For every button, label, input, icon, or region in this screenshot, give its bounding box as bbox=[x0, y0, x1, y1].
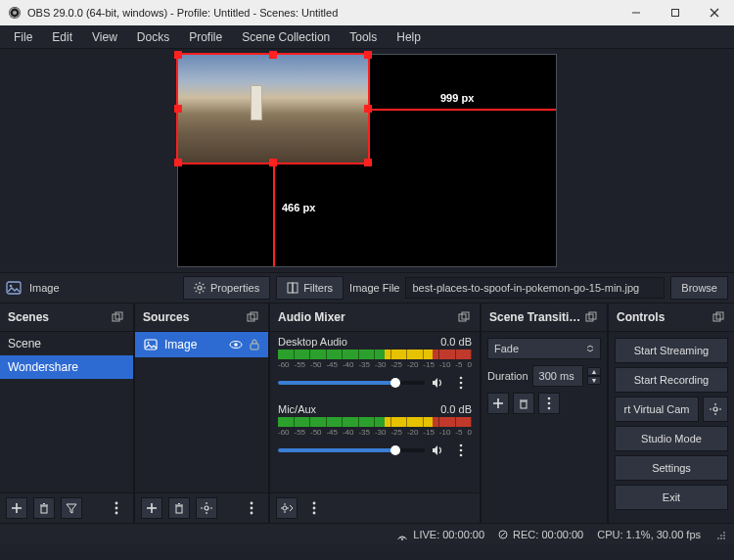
virtual-cam-settings-button[interactable] bbox=[703, 397, 728, 422]
mixer-channel-name: Mic/Aux bbox=[278, 403, 316, 415]
window-title: OBS 29.0.0 (64-bit, windows) - Profile: … bbox=[27, 7, 338, 19]
menu-scene-collection[interactable]: Scene Collection bbox=[232, 26, 340, 48]
menubar: File Edit View Docks Profile Scene Colle… bbox=[0, 25, 734, 49]
record-icon bbox=[498, 530, 508, 539]
scenes-title: Scenes bbox=[8, 310, 49, 324]
studio-mode-button[interactable]: Studio Mode bbox=[615, 426, 728, 451]
mixer-title: Audio Mixer bbox=[278, 310, 345, 324]
scenes-list[interactable]: Scene Wondershare bbox=[0, 332, 133, 492]
scene-item[interactable]: Scene bbox=[0, 332, 133, 355]
svg-point-8 bbox=[10, 285, 13, 288]
width-guide bbox=[368, 109, 556, 111]
svg-rect-39 bbox=[176, 506, 182, 513]
controls-popout-icon[interactable] bbox=[711, 309, 726, 325]
height-label: 466 px bbox=[282, 202, 315, 213]
mixer-channel-more-button[interactable] bbox=[450, 372, 472, 394]
svg-point-86 bbox=[720, 537, 722, 539]
close-button[interactable] bbox=[695, 0, 734, 25]
sources-list[interactable]: Image bbox=[135, 332, 268, 492]
svg-point-47 bbox=[251, 502, 253, 505]
chevron-updown-icon bbox=[586, 345, 594, 352]
svg-point-42 bbox=[205, 506, 208, 510]
svg-rect-19 bbox=[293, 283, 298, 293]
volume-slider[interactable] bbox=[278, 448, 425, 452]
svg-point-87 bbox=[723, 535, 725, 537]
browse-button[interactable]: Browse bbox=[670, 276, 728, 300]
menu-edit[interactable]: Edit bbox=[42, 26, 82, 48]
menu-help[interactable]: Help bbox=[387, 26, 431, 48]
status-cpu: CPU: 1.1%, 30.00 fps bbox=[597, 529, 701, 540]
scene-filters-button[interactable] bbox=[61, 497, 82, 519]
source-item[interactable]: Image bbox=[135, 332, 268, 357]
preview-canvas[interactable]: 999 px 466 px bbox=[177, 54, 557, 267]
remove-source-button[interactable] bbox=[168, 497, 190, 519]
filter-icon bbox=[66, 502, 77, 514]
trash-icon bbox=[518, 397, 529, 409]
filters-button[interactable]: Filters bbox=[276, 276, 344, 300]
scenes-popout-icon[interactable] bbox=[110, 309, 125, 325]
svg-point-33 bbox=[148, 342, 150, 344]
add-scene-button[interactable] bbox=[6, 497, 27, 519]
speaker-icon[interactable] bbox=[431, 443, 444, 457]
speaker-icon[interactable] bbox=[431, 376, 444, 390]
scenes-more-button[interactable] bbox=[106, 497, 127, 519]
statusbar: LIVE: 00:00:00 REC: 00:00:00 CPU: 1.1%, … bbox=[0, 523, 734, 544]
svg-rect-36 bbox=[251, 344, 258, 350]
menu-profile[interactable]: Profile bbox=[179, 26, 232, 48]
add-transition-button[interactable] bbox=[487, 393, 509, 414]
mixer-channel-more-button[interactable] bbox=[450, 440, 472, 461]
lock-icon[interactable] bbox=[249, 338, 260, 351]
gear-icon bbox=[194, 282, 206, 294]
remove-transition-button[interactable] bbox=[513, 393, 534, 414]
svg-point-52 bbox=[460, 377, 463, 380]
preview-source-image[interactable] bbox=[178, 55, 368, 163]
svg-point-72 bbox=[548, 397, 551, 400]
gear-icon bbox=[710, 403, 721, 415]
svg-point-90 bbox=[723, 532, 725, 534]
menu-view[interactable]: View bbox=[82, 26, 127, 48]
visibility-icon[interactable] bbox=[229, 338, 243, 351]
svg-point-85 bbox=[723, 537, 725, 539]
svg-point-63 bbox=[313, 502, 316, 505]
mixer-channel-name: Desktop Audio bbox=[278, 336, 347, 348]
svg-point-9 bbox=[198, 286, 202, 290]
volume-slider[interactable] bbox=[278, 381, 425, 385]
mixer-more-button[interactable] bbox=[303, 497, 325, 519]
image-file-label: Image File bbox=[349, 282, 399, 294]
menu-tools[interactable]: Tools bbox=[340, 26, 387, 48]
start-streaming-button[interactable]: Start Streaming bbox=[615, 338, 728, 363]
obs-logo-icon bbox=[8, 6, 22, 20]
duration-label: Duration bbox=[487, 370, 528, 382]
add-source-button[interactable] bbox=[141, 497, 162, 519]
transitions-popout-icon[interactable] bbox=[583, 309, 599, 325]
settings-button[interactable]: Settings bbox=[615, 455, 728, 481]
properties-button[interactable]: Properties bbox=[183, 276, 270, 300]
source-properties-button[interactable] bbox=[196, 497, 217, 519]
svg-point-74 bbox=[548, 407, 551, 410]
transition-select[interactable]: Fade bbox=[487, 338, 601, 359]
scene-item[interactable]: Wondershare bbox=[0, 355, 133, 379]
sources-more-button[interactable] bbox=[241, 497, 262, 519]
maximize-button[interactable] bbox=[656, 0, 695, 25]
sources-title: Sources bbox=[143, 310, 189, 324]
minimize-button[interactable] bbox=[617, 0, 656, 25]
mixer-popout-icon[interactable] bbox=[456, 309, 472, 325]
duration-up-button[interactable]: ▲ bbox=[587, 367, 601, 376]
menu-docks[interactable]: Docks bbox=[127, 26, 179, 48]
exit-button[interactable]: Exit bbox=[615, 485, 728, 510]
duration-down-button[interactable]: ▼ bbox=[587, 376, 601, 385]
start-recording-button[interactable]: Start Recording bbox=[615, 367, 728, 393]
svg-point-53 bbox=[460, 382, 463, 385]
image-file-field[interactable]: best-places-to-spoof-in-pokemon-go-15-mi… bbox=[405, 277, 665, 299]
mixer-advanced-button[interactable] bbox=[276, 497, 298, 519]
duration-field[interactable]: 300 ms bbox=[532, 365, 583, 387]
statusbar-resize-grip[interactable] bbox=[714, 529, 726, 540]
svg-line-84 bbox=[501, 533, 505, 537]
start-virtual-cam-button[interactable]: rt Virtual Cam bbox=[615, 397, 699, 422]
remove-scene-button[interactable] bbox=[33, 497, 55, 519]
sources-popout-icon[interactable] bbox=[245, 309, 260, 325]
transition-more-button[interactable] bbox=[538, 393, 560, 414]
preview-area[interactable]: 999 px 466 px bbox=[0, 49, 734, 272]
menu-file[interactable]: File bbox=[4, 26, 42, 48]
svg-point-64 bbox=[313, 507, 316, 510]
